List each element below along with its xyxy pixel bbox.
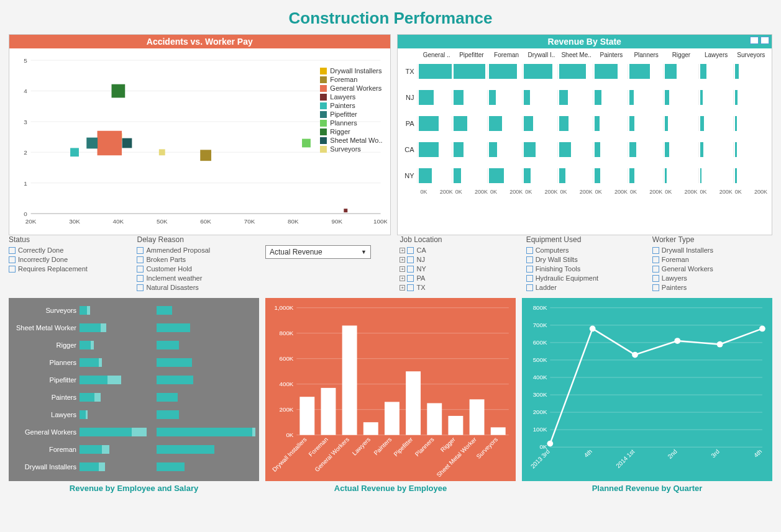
line-point[interactable]: [547, 441, 553, 447]
checkbox-icon[interactable]: [137, 275, 144, 282]
filter-item[interactable]: Hydraulic Equipment: [526, 274, 646, 282]
filter-item[interactable]: +NJ: [400, 256, 519, 263]
hbar-segment[interactable]: [80, 445, 102, 454]
filter-item[interactable]: Requires Replacement: [9, 265, 130, 273]
hbar-segment[interactable]: [80, 358, 99, 367]
legend-item[interactable]: Pipefitter: [320, 110, 382, 118]
checkbox-icon[interactable]: [652, 266, 659, 273]
filter-item[interactable]: Foreman: [652, 256, 772, 263]
state-bar[interactable]: [595, 142, 600, 157]
checkbox-icon[interactable]: [9, 247, 16, 254]
hbar-segment[interactable]: [80, 376, 107, 384]
state-bar[interactable]: [454, 168, 461, 183]
filter-item[interactable]: Incorrectly Done: [9, 256, 130, 263]
hbar-segment[interactable]: [157, 376, 193, 384]
state-bar[interactable]: [419, 168, 432, 183]
hbar-segment[interactable]: [157, 341, 179, 349]
filter-item[interactable]: Natural Disasters: [137, 284, 258, 291]
filter-item[interactable]: +PA: [400, 274, 519, 282]
state-bar[interactable]: [524, 168, 531, 183]
panel-icon-2[interactable]: [760, 37, 769, 44]
hbar-segment[interactable]: [99, 462, 105, 471]
hbar-segment[interactable]: [157, 445, 214, 454]
vbar[interactable]: [385, 402, 400, 435]
state-bar[interactable]: [454, 90, 464, 105]
filter-item[interactable]: Ladder: [526, 284, 646, 291]
filter-item[interactable]: Customer Hold: [137, 265, 258, 273]
hbar-segment[interactable]: [80, 306, 87, 315]
legend-item[interactable]: Lawyers: [320, 93, 382, 101]
filter-item[interactable]: Painters: [652, 284, 772, 291]
hbar-segment[interactable]: [80, 462, 99, 471]
filter-item[interactable]: Correctly Done: [9, 246, 130, 254]
line-point[interactable]: [590, 326, 596, 332]
expand-icon[interactable]: +: [400, 285, 405, 291]
state-bar[interactable]: [665, 142, 669, 157]
state-bar[interactable]: [454, 64, 485, 79]
hbar-segment[interactable]: [157, 428, 252, 436]
state-bar[interactable]: [559, 168, 565, 183]
state-bar[interactable]: [629, 142, 636, 157]
rev-by-emp-chart[interactable]: 0K200K400K600K800K1,000KDrywall Installe…: [265, 298, 516, 481]
rev-emp-salary-chart[interactable]: SurveyorsSheet Metal WorkerRiggerPlanner…: [9, 298, 259, 481]
checkbox-icon[interactable]: [652, 284, 659, 291]
checkbox-icon[interactable]: [407, 256, 414, 263]
state-bar[interactable]: [454, 116, 467, 131]
state-bar[interactable]: [735, 142, 737, 157]
state-bar[interactable]: [559, 116, 569, 131]
hbar-segment[interactable]: [86, 410, 88, 419]
panel-icon-1[interactable]: [750, 37, 759, 44]
state-bar[interactable]: [700, 168, 702, 183]
state-bar[interactable]: [524, 116, 533, 131]
state-bar[interactable]: [524, 142, 536, 157]
state-bar[interactable]: [595, 64, 618, 79]
expand-icon[interactable]: +: [400, 257, 405, 263]
hbar-segment[interactable]: [157, 393, 178, 402]
line-point[interactable]: [674, 338, 680, 344]
state-bar[interactable]: [559, 90, 567, 105]
state-bar[interactable]: [419, 142, 439, 157]
checkbox-icon[interactable]: [9, 256, 16, 263]
hbar-segment[interactable]: [80, 393, 94, 402]
state-bar[interactable]: [419, 90, 434, 105]
expand-icon[interactable]: +: [400, 248, 405, 253]
state-bar[interactable]: [735, 116, 737, 131]
state-bar[interactable]: [419, 64, 452, 79]
expand-icon[interactable]: +: [400, 276, 405, 281]
checkbox-icon[interactable]: [137, 247, 144, 254]
legend-item[interactable]: Foreman: [320, 76, 382, 83]
checkbox-icon[interactable]: [526, 284, 533, 291]
hbar-segment[interactable]: [157, 410, 179, 419]
hbar-segment[interactable]: [107, 376, 121, 384]
legend-item[interactable]: Painters: [320, 102, 382, 109]
hbar-segment[interactable]: [94, 393, 101, 402]
legend-item[interactable]: Planners: [320, 119, 382, 127]
legend-item[interactable]: General Workers: [320, 84, 382, 92]
state-bar[interactable]: [595, 168, 600, 183]
state-bar[interactable]: [665, 116, 668, 131]
filter-item[interactable]: Inclement weather: [137, 274, 258, 282]
hbar-segment[interactable]: [252, 428, 256, 436]
state-bar[interactable]: [489, 90, 496, 105]
state-bar[interactable]: [524, 64, 552, 79]
state-bar[interactable]: [595, 116, 600, 131]
state-bar[interactable]: [629, 90, 634, 105]
vbar[interactable]: [406, 371, 421, 435]
line-point[interactable]: [717, 341, 723, 348]
checkbox-icon[interactable]: [407, 284, 414, 291]
state-bar[interactable]: [629, 64, 649, 79]
hbar-segment[interactable]: [157, 358, 192, 367]
hbar-segment[interactable]: [80, 341, 91, 349]
state-bar[interactable]: [629, 168, 634, 183]
filter-item[interactable]: Lawyers: [652, 274, 772, 282]
legend-item[interactable]: Rigger: [320, 128, 382, 135]
line-point[interactable]: [759, 326, 765, 332]
filter-item[interactable]: +CA: [400, 246, 519, 254]
filter-item[interactable]: +TX: [400, 284, 519, 291]
vbar[interactable]: [299, 397, 314, 435]
revenue-by-state-chart[interactable]: General ..PipefitterForemanDrywall I..Sh…: [398, 48, 772, 235]
hbar-segment[interactable]: [87, 306, 90, 315]
checkbox-icon[interactable]: [137, 256, 144, 263]
state-bar[interactable]: [700, 142, 703, 157]
state-bar[interactable]: [700, 90, 703, 105]
